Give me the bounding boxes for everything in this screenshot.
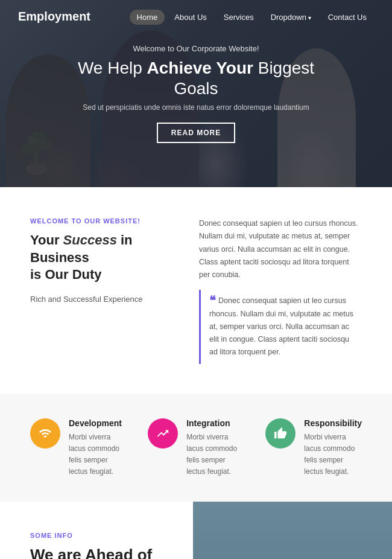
development-text: Morbi viverra lacus commodo felis semper… [69, 432, 124, 478]
integration-text: Morbi viverra lacus commodo felis semper… [186, 432, 241, 478]
nav-item-home[interactable]: Home [130, 12, 165, 22]
feature-responsibility: Responsibility Morbi viverra lacus commo… [253, 418, 374, 478]
hero-cta-button[interactable]: READ MORE [157, 123, 235, 143]
about-section: WELCOME TO OUR WEBSITE! Your Success in … [0, 187, 392, 394]
quote-icon: ❝ [209, 295, 216, 307]
hero-subtitle: Welcome to Our Corporate Website! [63, 44, 329, 53]
about-text1: Donec consequat sapien ut leo cursus rho… [199, 217, 362, 281]
hero-title: We Help Achieve Your Biggest Goals [63, 58, 329, 98]
integration-content: Integration Morbi viverra lacus commodo … [186, 418, 241, 478]
nav-item-services[interactable]: Services [217, 12, 261, 22]
market-image [193, 502, 392, 559]
nav-item-about[interactable]: About Us [167, 12, 213, 22]
responsibility-title: Responsibility [304, 418, 362, 428]
features-section: Development Morbi viverra lacus commodo … [0, 394, 392, 502]
about-subtext: Rich and Successful Experience [30, 293, 175, 306]
integration-title: Integration [186, 418, 241, 428]
brand-logo: Employment [18, 10, 90, 24]
nav-link-about[interactable]: About Us [167, 10, 213, 25]
about-right: Donec consequat sapien ut leo cursus rho… [199, 217, 362, 364]
responsibility-content: Responsibility Morbi viverra lacus commo… [304, 418, 362, 478]
nav-menu: Home About Us Services Dropdown Contact … [130, 12, 374, 22]
nav-link-dropdown[interactable]: Dropdown [264, 10, 318, 25]
market-tagline: Some Info [30, 532, 169, 539]
market-section: Some Info We are Ahead of the Market Lor… [0, 502, 392, 559]
nav-item-contact[interactable]: Contact Us [321, 12, 374, 22]
development-icon [30, 418, 60, 449]
about-quote-text: Donec consequat sapien ut leo cursus rho… [209, 296, 353, 356]
nav-link-contact[interactable]: Contact Us [321, 10, 374, 25]
feature-integration: Integration Morbi viverra lacus commodo … [136, 418, 253, 478]
about-tagline: WELCOME TO OUR WEBSITE! [30, 217, 175, 225]
hero-description: Sed ut perspiciatis unde omnis iste natu… [63, 103, 329, 112]
responsibility-icon [265, 418, 296, 449]
feature-development: Development Morbi viverra lacus commodo … [18, 418, 136, 478]
about-heading: Your Success in Businessis Our Duty [30, 232, 175, 284]
navbar: Employment Home About Us Services Dropdo… [0, 0, 392, 33]
responsibility-text: Morbi viverra lacus commodo felis semper… [304, 432, 362, 478]
about-quote: ❝ Donec consequat sapien ut leo cursus r… [199, 290, 362, 363]
about-left: WELCOME TO OUR WEBSITE! Your Success in … [30, 217, 175, 364]
nav-item-dropdown[interactable]: Dropdown [264, 12, 318, 22]
integration-icon [148, 418, 178, 449]
development-title: Development [69, 418, 124, 428]
market-heading: We are Ahead of the Market [30, 545, 169, 559]
development-content: Development Morbi viverra lacus commodo … [69, 418, 124, 478]
market-left: Some Info We are Ahead of the Market Lor… [0, 502, 193, 559]
nav-link-home[interactable]: Home [130, 10, 165, 25]
nav-link-services[interactable]: Services [217, 10, 261, 25]
